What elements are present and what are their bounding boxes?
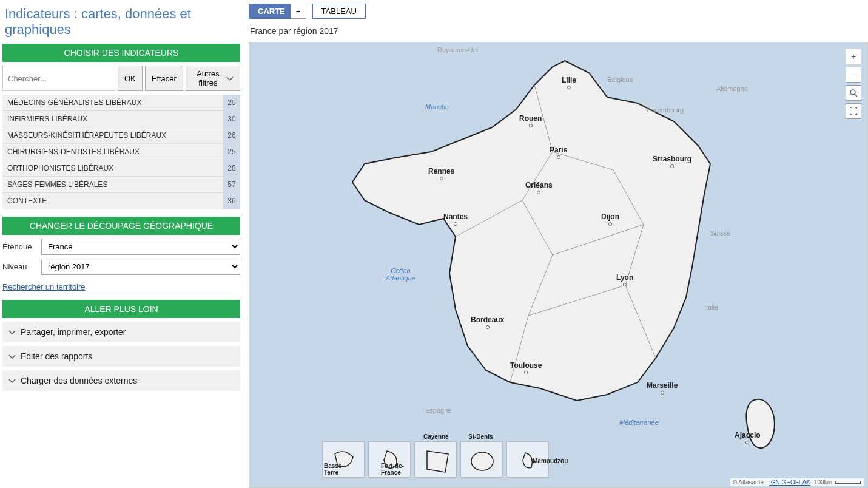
overseas-insets: Basse- Terre Fort-de- France Cayenne St-… xyxy=(322,441,549,478)
city-lyon: Lyon xyxy=(616,273,633,286)
tab-carte[interactable]: CARTE xyxy=(249,4,294,19)
chevron-down-icon xyxy=(226,74,234,83)
chevron-down-icon xyxy=(8,376,16,385)
country-label: Suisse xyxy=(710,229,730,237)
indicator-list: MÉDECINS GÉNÉRALISTES LIBÉRAUX20INFIRMIE… xyxy=(2,95,240,209)
country-label: Belgique xyxy=(607,76,633,83)
city-bordeaux: Bordeaux xyxy=(471,316,504,329)
indicator-row[interactable]: INFIRMIERS LIBÉRAUX30 xyxy=(2,111,240,127)
city-dijon: Dijon xyxy=(601,212,619,226)
accordion-item[interactable]: Charger des données externes xyxy=(2,370,240,391)
fullscreen-button[interactable] xyxy=(846,103,861,119)
country-label: Italie xyxy=(704,303,718,311)
level-label: Niveau xyxy=(2,262,36,271)
indicator-label: MASSEURS-KINÉSITHÉRAPEUTES LIBÉRAUX xyxy=(2,127,223,143)
indicator-count: 26 xyxy=(223,127,240,143)
indicator-row[interactable]: CONTEXTE36 xyxy=(2,193,240,209)
plus-button[interactable]: + xyxy=(291,4,306,19)
svg-point-2 xyxy=(471,452,493,470)
zoom-out-button[interactable]: − xyxy=(846,67,861,83)
inset-reunion[interactable]: St-Denis xyxy=(460,441,503,478)
indicator-row[interactable]: CHIRURGIENS-DENTISTES LIBÉRAUX25 xyxy=(2,144,240,160)
extent-label: Étendue xyxy=(2,242,36,251)
svg-line-1 xyxy=(855,94,857,97)
accordion-label: Partager, imprimer, exporter xyxy=(21,327,126,337)
indicator-label: CHIRURGIENS-DENTISTES LIBÉRAUX xyxy=(2,144,223,160)
section-header-indicators: CHOISIR DES INDICATEURS xyxy=(2,44,240,62)
city-marseille: Marseille xyxy=(647,381,678,395)
other-filters-button[interactable]: Autres filtres xyxy=(186,66,240,91)
city-rennes: Rennes xyxy=(428,167,454,180)
city-strasbourg: Strasbourg xyxy=(653,155,691,168)
country-label: Allemagne xyxy=(716,85,748,92)
city-ajaccio: Ajaccio xyxy=(735,431,761,444)
zoom-in-button[interactable]: + xyxy=(846,49,861,64)
search-input[interactable] xyxy=(2,66,115,91)
accordion-item[interactable]: Partager, imprimer, exporter xyxy=(2,322,240,342)
city-toulouse: Toulouse xyxy=(510,361,542,374)
extent-select[interactable]: France xyxy=(41,239,240,255)
city-nantes: Nantes xyxy=(443,212,468,226)
indicator-count: 36 xyxy=(223,193,240,209)
sea-label: Océan Atlantique xyxy=(386,267,415,282)
accordion-label: Editer des rapports xyxy=(21,351,92,361)
chevron-down-icon xyxy=(8,351,16,361)
city-orleans: Orléans xyxy=(525,181,553,194)
chevron-down-icon xyxy=(8,327,16,337)
level-select[interactable]: région 2017 xyxy=(41,259,240,275)
country-label: Luxembourg xyxy=(647,106,684,114)
search-territory-link[interactable]: Rechercher un territoire xyxy=(2,282,86,291)
indicator-label: ORTHOPHONISTES LIBÉRAUX xyxy=(2,160,223,176)
indicator-label: MÉDECINS GÉNÉRALISTES LIBÉRAUX xyxy=(2,95,223,110)
country-label: Espagne xyxy=(425,407,451,414)
city-paris: Paris xyxy=(550,146,567,159)
svg-point-0 xyxy=(850,90,855,95)
indicator-count: 25 xyxy=(223,144,240,160)
indicator-label: CONTEXTE xyxy=(2,193,223,209)
attribution-link[interactable]: IGN GEOFLA® xyxy=(769,479,811,486)
indicator-row[interactable]: SAGES-FEMMES LIBÉRALES57 xyxy=(2,177,240,193)
sea-label: Manche xyxy=(425,103,449,110)
page-title: Indicateurs : cartes, données et graphiq… xyxy=(2,2,240,44)
clear-button[interactable]: Effacer xyxy=(145,66,183,91)
indicator-label: INFIRMIERS LIBÉRAUX xyxy=(2,111,223,127)
indicator-row[interactable]: MASSEURS-KINÉSITHÉRAPEUTES LIBÉRAUX26 xyxy=(2,127,240,144)
ok-button[interactable]: OK xyxy=(118,66,143,91)
section-header-geo: CHANGER LE DÉCOUPAGE GÉOGRAPHIQUE xyxy=(2,217,240,235)
indicator-count: 30 xyxy=(223,111,240,127)
map-title: France par région 2017 xyxy=(249,26,868,42)
indicator-count: 20 xyxy=(223,95,240,110)
indicator-count: 28 xyxy=(223,160,240,176)
accordion-label: Charger des données externes xyxy=(21,376,137,385)
indicator-row[interactable]: ORTHOPHONISTES LIBÉRAUX28 xyxy=(2,160,240,177)
tab-tableau[interactable]: TABLEAU xyxy=(312,4,366,19)
accordion-item[interactable]: Editer des rapports xyxy=(2,346,240,367)
indicator-label: SAGES-FEMMES LIBÉRALES xyxy=(2,177,223,192)
inset-mayotte[interactable]: Mamoudzou xyxy=(506,441,549,478)
sea-label: Méditerranée xyxy=(619,419,659,426)
city-lille: Lille xyxy=(562,76,576,89)
other-filters-label: Autres filtres xyxy=(192,69,224,87)
inset-guyane[interactable]: Cayenne xyxy=(414,441,457,478)
map-attribution: © Atlasanté - IGN GEOFLA® 100km xyxy=(730,478,864,486)
france-map-svg xyxy=(249,42,868,480)
city-rouen: Rouen xyxy=(519,114,542,127)
section-header-more: ALLER PLUS LOIN xyxy=(2,300,240,318)
map-canvas[interactable]: + − Manche Océan Atlantique Médite xyxy=(249,42,868,488)
inset-martinique[interactable]: Fort-de- France xyxy=(368,441,411,478)
inset-guadeloupe[interactable]: Basse- Terre xyxy=(322,441,365,478)
indicator-row[interactable]: MÉDECINS GÉNÉRALISTES LIBÉRAUX20 xyxy=(2,95,240,111)
search-map-button[interactable] xyxy=(846,85,861,101)
country-label: Royaume-Uni xyxy=(437,46,478,53)
indicator-count: 57 xyxy=(223,177,240,192)
